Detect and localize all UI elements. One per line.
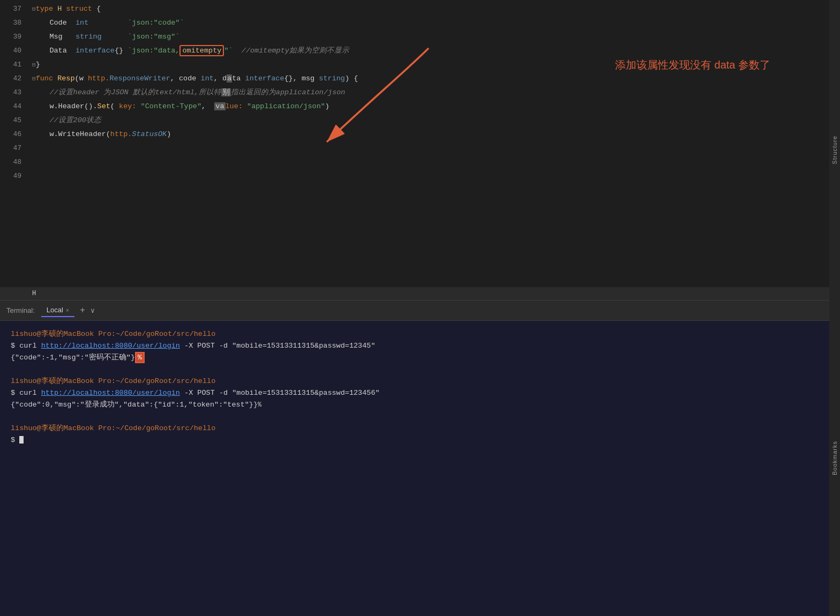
term-prompt-3: lishuo@李硕的MacBook Pro:~/Code/goRoot/src/… bbox=[11, 423, 829, 434]
ln-39: 39 bbox=[6, 30, 21, 44]
ln-43: 43 bbox=[6, 86, 21, 100]
code-lines: ⊟type H struct { Code int `json:"code"` … bbox=[28, 0, 840, 300]
ln-46: 46 bbox=[6, 127, 21, 141]
term-spacer-2 bbox=[11, 411, 829, 423]
ln-38: 38 bbox=[6, 16, 21, 30]
line-numbers: 37 38 39 40 41 42 43 44 45 46 47 48 49 bbox=[0, 0, 28, 300]
terminal-tab-name: Local bbox=[47, 306, 63, 314]
terminal-cursor bbox=[19, 436, 24, 444]
terminal-tab-bar: Terminal: Local × + ∨ bbox=[0, 301, 840, 321]
term-out-text-2: {"code":0,"msg":"登录成功","data":{"id":1,"t… bbox=[11, 401, 258, 409]
term-output-2: {"code":0,"msg":"登录成功","data":{"id":1,"t… bbox=[11, 399, 829, 411]
ln-40: 40 bbox=[6, 44, 21, 58]
term-user-3: lishuo@李硕的MacBook Pro:~/Code/goRoot/src/… bbox=[11, 424, 215, 432]
terminal-close-icon[interactable]: × bbox=[66, 307, 69, 313]
annotation-container: 添加该属性发现没有 data 参数了 bbox=[615, 58, 770, 72]
term-args-2: -X POST -d "mobile=15313311315&passwd=12… bbox=[180, 389, 380, 397]
ln-47: 47 bbox=[6, 141, 21, 155]
term-link-1[interactable]: http://localhost:8080/user/login bbox=[41, 342, 180, 350]
bookmarks-panel[interactable]: Bookmarks bbox=[829, 300, 840, 616]
terminal-add-button[interactable]: + bbox=[77, 306, 88, 315]
editor-area: 37 38 39 40 41 42 43 44 45 46 47 48 49 ⊟… bbox=[0, 0, 840, 300]
term-user-1: lishuo@李硕的MacBook Pro:~/Code/goRoot/src/… bbox=[11, 330, 215, 338]
term-prompt-1: lishuo@李硕的MacBook Pro:~/Code/goRoot/src/… bbox=[11, 328, 829, 340]
term-link-2[interactable]: http://localhost:8080/user/login bbox=[41, 389, 180, 397]
ln-37: 37 bbox=[6, 2, 21, 16]
code-line-44: ⊟func Resp(w http.ResponseWriter, code i… bbox=[32, 72, 840, 86]
status-bar-text: H bbox=[32, 290, 36, 297]
code-line-48: w.WriteHeader(http.StatusOK) bbox=[32, 127, 840, 141]
code-line-46: w.Header().Set( key: "Content-Type", val… bbox=[32, 100, 840, 114]
term-dollar-1: $ curl bbox=[11, 342, 41, 350]
code-line-41: Data interface{} `json:"data,omitempty"`… bbox=[32, 44, 840, 58]
terminal-label: Terminal: bbox=[6, 306, 35, 314]
term-user-2: lishuo@李硕的MacBook Pro:~/Code/goRoot/src/… bbox=[11, 377, 215, 385]
term-dollar-3: $ bbox=[11, 436, 19, 444]
code-container: 37 38 39 40 41 42 43 44 45 46 47 48 49 ⊟… bbox=[0, 0, 840, 300]
terminal-content[interactable]: lishuo@李硕的MacBook Pro:~/Code/goRoot/src/… bbox=[0, 321, 840, 616]
term-cursor-highlight-1: % bbox=[135, 352, 145, 363]
code-line-47: //设置200状态 bbox=[32, 114, 840, 127]
terminal-panel: Terminal: Local × + ∨ lishuo@李硕的MacBook … bbox=[0, 300, 840, 616]
term-dollar-2: $ curl bbox=[11, 389, 41, 397]
code-line-38: ⊟type H struct { bbox=[32, 2, 840, 16]
term-cmd-3: $ bbox=[11, 434, 829, 446]
structure-panel[interactable]: Structure bbox=[829, 0, 840, 300]
ln-41: 41 bbox=[6, 58, 21, 72]
code-line-45: //设置header 为JSON 默认的text/html,所以特别指出返回的为… bbox=[32, 86, 840, 100]
annotation-text: 添加该属性发现没有 data 参数了 bbox=[615, 59, 770, 71]
code-line-40: Msg string `json:"msg"` bbox=[32, 30, 840, 44]
term-out-text-1: {"code":-1,"msg":"密码不正确"} bbox=[11, 354, 135, 362]
term-cmd-2: $ curl http://localhost:8080/user/login … bbox=[11, 387, 829, 399]
terminal-chevron-icon[interactable]: ∨ bbox=[91, 306, 95, 315]
app-window: 37 38 39 40 41 42 43 44 45 46 47 48 49 ⊟… bbox=[0, 0, 840, 616]
term-output-1: {"code":-1,"msg":"密码不正确"}% bbox=[11, 352, 829, 364]
ln-49: 49 bbox=[6, 169, 21, 183]
ln-48: 48 bbox=[6, 155, 21, 169]
bookmarks-label: Bookmarks bbox=[831, 441, 838, 475]
editor-status-bar: H bbox=[0, 287, 829, 300]
term-cmd-1: $ curl http://localhost:8080/user/login … bbox=[11, 340, 829, 352]
ln-42: 42 bbox=[6, 72, 21, 86]
code-line-39: Code int `json:"code"` bbox=[32, 16, 840, 30]
terminal-tab-local[interactable]: Local × bbox=[41, 304, 75, 317]
term-prompt-2: lishuo@李硕的MacBook Pro:~/Code/goRoot/src/… bbox=[11, 375, 829, 387]
ln-45: 45 bbox=[6, 114, 21, 127]
ln-44: 44 bbox=[6, 100, 21, 114]
term-spacer-1 bbox=[11, 364, 829, 375]
structure-label: Structure bbox=[831, 136, 838, 164]
term-args-1: -X POST -d "mobile=15313311315&passwd=12… bbox=[180, 342, 376, 350]
